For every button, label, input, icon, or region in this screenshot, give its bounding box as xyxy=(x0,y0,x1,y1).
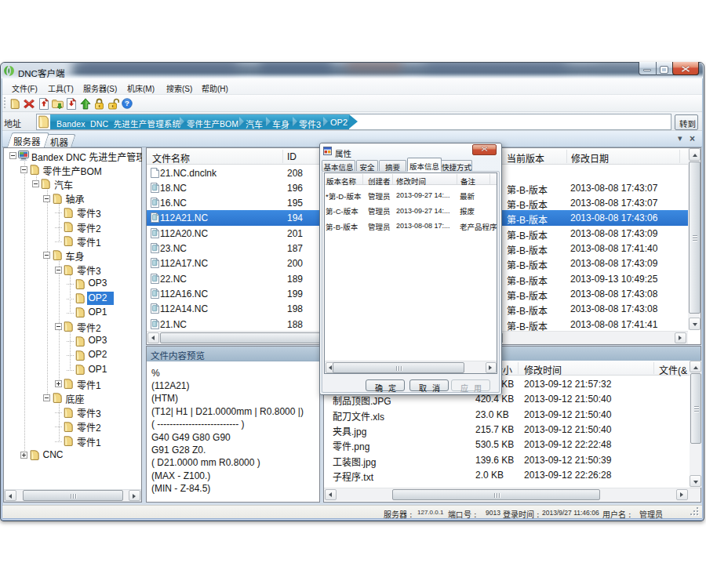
svg-text:?: ? xyxy=(125,99,129,107)
